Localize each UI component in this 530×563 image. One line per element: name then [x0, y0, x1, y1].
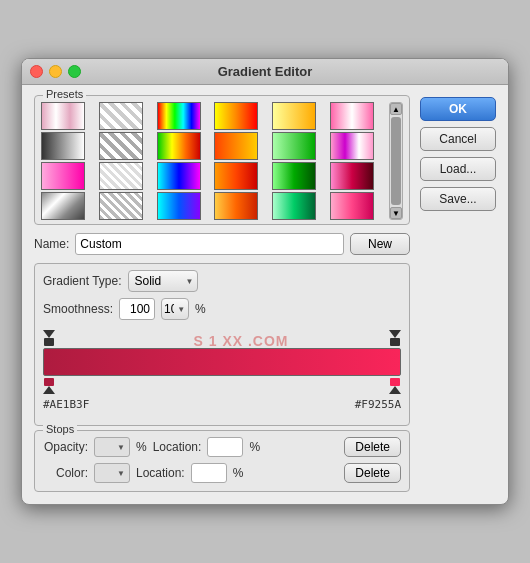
- scroll-thumb[interactable]: [391, 117, 401, 205]
- smoothness-row: Smoothness: 100 %: [43, 298, 401, 320]
- name-label: Name:: [34, 237, 69, 251]
- gradient-bar[interactable]: [43, 348, 401, 376]
- stop-arrow-right: [389, 330, 401, 338]
- preset-swatch-9[interactable]: [214, 132, 258, 160]
- preset-swatch-3[interactable]: [214, 102, 258, 130]
- preset-swatch-14[interactable]: [157, 162, 201, 190]
- color-stop-body-left: [44, 378, 54, 386]
- preset-swatch-11[interactable]: [330, 132, 374, 160]
- name-row: Name: New: [34, 233, 410, 255]
- color-dropdown-wrapper: [95, 464, 129, 482]
- color-stop-markers: [43, 378, 401, 398]
- opacity-location-label: Location:: [153, 440, 202, 454]
- opacity-stop-right[interactable]: [389, 330, 401, 346]
- preset-swatch-22[interactable]: [272, 192, 316, 220]
- preset-swatch-7[interactable]: [99, 132, 143, 160]
- presets-label: Presets: [43, 88, 86, 100]
- opacity-dropdown-wrapper: [95, 438, 129, 456]
- stop-arrow-left: [43, 330, 55, 338]
- color-stop-right[interactable]: [389, 378, 401, 394]
- preset-swatch-15[interactable]: [214, 162, 258, 190]
- opacity-stop-left[interactable]: [43, 330, 55, 346]
- smoothness-stepper-wrapper: 100: [161, 298, 189, 320]
- preset-swatch-21[interactable]: [214, 192, 258, 220]
- gradient-labels: #AE1B3F #F9255A: [43, 398, 401, 411]
- opacity-stop-markers: [43, 330, 401, 346]
- color-label: Color:: [43, 466, 88, 480]
- opacity-preview: [94, 437, 130, 457]
- preset-swatch-2[interactable]: [157, 102, 201, 130]
- preset-swatch-1[interactable]: [99, 102, 143, 130]
- preset-swatch-12[interactable]: [41, 162, 85, 190]
- presets-grid-container: ▲ ▼: [41, 102, 403, 220]
- right-buttons: OK Cancel Load... Save...: [420, 95, 496, 492]
- maximize-button[interactable]: [68, 65, 81, 78]
- preset-swatch-16[interactable]: [272, 162, 316, 190]
- close-button[interactable]: [30, 65, 43, 78]
- preset-swatch-6[interactable]: [41, 132, 85, 160]
- gradient-editor-window: Gradient Editor Presets: [21, 58, 509, 505]
- opacity-label: Opacity:: [43, 440, 88, 454]
- smoothness-input[interactable]: [119, 298, 155, 320]
- gradient-type-label: Gradient Type:: [43, 274, 122, 288]
- window-title: Gradient Editor: [218, 64, 313, 79]
- color-location-unit: %: [233, 466, 244, 480]
- gradient-bar-area: [43, 330, 401, 398]
- preset-swatch-19[interactable]: [99, 192, 143, 220]
- minimize-button[interactable]: [49, 65, 62, 78]
- scroll-down-arrow[interactable]: ▼: [390, 207, 402, 219]
- opacity-stop-row: Opacity: % Location: % Delete: [43, 437, 401, 457]
- ok-button[interactable]: OK: [420, 97, 496, 121]
- name-input[interactable]: [75, 233, 344, 255]
- color-stop-arrow-left: [43, 386, 55, 394]
- presets-scrollbar[interactable]: ▲ ▼: [389, 102, 403, 220]
- preset-swatch-10[interactable]: [272, 132, 316, 160]
- scroll-up-arrow[interactable]: ▲: [390, 103, 402, 115]
- preset-swatch-20[interactable]: [157, 192, 201, 220]
- color-location-input[interactable]: [191, 463, 227, 483]
- opacity-location-input[interactable]: [207, 437, 243, 457]
- gradient-type-select-wrapper: Solid Noise: [128, 270, 198, 292]
- opacity-unit: %: [136, 440, 147, 454]
- traffic-lights: [30, 65, 81, 78]
- new-button[interactable]: New: [350, 233, 410, 255]
- gradient-type-row: Gradient Type: Solid Noise: [43, 270, 401, 292]
- smoothness-label: Smoothness:: [43, 302, 113, 316]
- preset-swatch-13[interactable]: [99, 162, 143, 190]
- preset-swatch-5[interactable]: [330, 102, 374, 130]
- preset-swatch-23[interactable]: [330, 192, 374, 220]
- smoothness-unit: %: [195, 302, 206, 316]
- opacity-location-unit: %: [249, 440, 260, 454]
- preset-swatch-0[interactable]: [41, 102, 85, 130]
- presets-grid: [41, 102, 386, 220]
- preset-swatch-4[interactable]: [272, 102, 316, 130]
- cancel-button[interactable]: Cancel: [420, 127, 496, 151]
- stop-body-left: [44, 338, 54, 346]
- smoothness-stepper[interactable]: 100: [161, 298, 189, 320]
- color-stop-row: Color: Location: % Delete: [43, 463, 401, 483]
- save-button[interactable]: Save...: [420, 187, 496, 211]
- stops-section-label: Stops: [43, 423, 77, 435]
- color-delete-button[interactable]: Delete: [344, 463, 401, 483]
- color-stop-arrow-right: [389, 386, 401, 394]
- title-bar: Gradient Editor: [22, 59, 508, 85]
- gradient-right-color-label: #F9255A: [355, 398, 401, 411]
- preset-swatch-18[interactable]: [41, 192, 85, 220]
- color-stop-body-right: [390, 378, 400, 386]
- stops-section: Stops Opacity: % Location: % Delete: [34, 430, 410, 492]
- color-location-label: Location:: [136, 466, 185, 480]
- color-preview[interactable]: [94, 463, 130, 483]
- load-button[interactable]: Load...: [420, 157, 496, 181]
- gradient-options-section: Gradient Type: Solid Noise Smoothness:: [34, 263, 410, 426]
- preset-swatch-17[interactable]: [330, 162, 374, 190]
- gradient-left-color-label: #AE1B3F: [43, 398, 89, 411]
- opacity-delete-button[interactable]: Delete: [344, 437, 401, 457]
- main-content: Presets: [34, 95, 410, 492]
- stop-body-right: [390, 338, 400, 346]
- color-stop-left[interactable]: [43, 378, 55, 394]
- gradient-type-select[interactable]: Solid Noise: [128, 270, 198, 292]
- gradient-options-inner: Gradient Type: Solid Noise Smoothness:: [43, 270, 401, 411]
- preset-swatch-8[interactable]: [157, 132, 201, 160]
- presets-section: Presets: [34, 95, 410, 225]
- window-body: Presets: [22, 85, 508, 504]
